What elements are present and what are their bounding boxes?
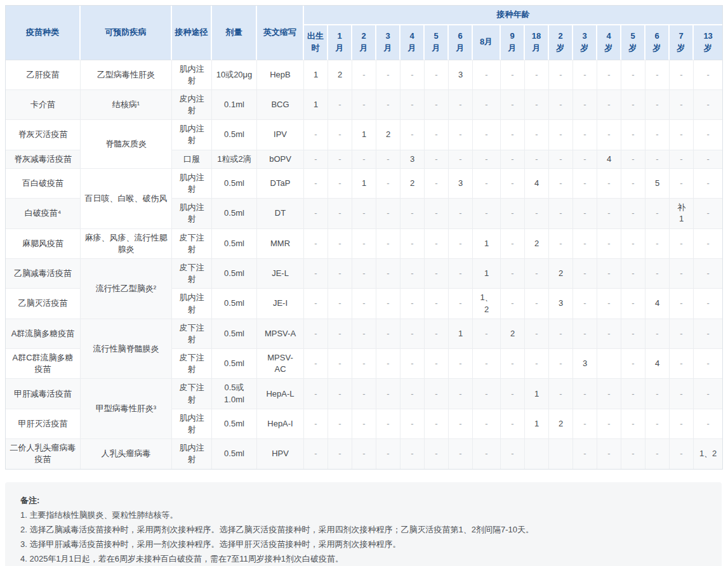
col-header-vaccine-type: 疫苗种类 xyxy=(6,6,81,60)
col-header-vaccination-age: 接种年龄 xyxy=(304,6,722,25)
dose-number-cell: - xyxy=(400,409,425,439)
dose-number-cell: - xyxy=(304,169,328,199)
age-column-header: 3 月 xyxy=(376,25,400,60)
vaccine-name-cell: 乙脑减毒活疫苗 xyxy=(6,259,81,289)
dose-number-cell: - xyxy=(645,229,670,259)
dose-number-cell: - xyxy=(670,259,694,289)
dose-number-cell: - xyxy=(304,120,328,150)
dose-number-cell: - xyxy=(449,259,473,289)
dose-number-cell: - xyxy=(694,259,722,289)
dose-number-cell: - xyxy=(501,199,525,228)
dose-number-cell: - xyxy=(501,120,525,150)
age-column-header: 5 岁 xyxy=(621,25,645,60)
header-row-top: 疫苗种类 可预防疾病 接种途径 剂量 英文缩写 接种年龄 xyxy=(6,6,722,25)
dose-number-cell: - xyxy=(449,90,473,120)
abbreviation-cell: IPV xyxy=(257,120,304,150)
dose-number-cell: - xyxy=(328,289,352,319)
dose-number-cell: - xyxy=(304,289,328,319)
abbreviation-cell: bOPV xyxy=(257,150,304,169)
dose-number-cell: - xyxy=(549,349,573,379)
dose-number-cell: 3 xyxy=(549,289,573,319)
vaccine-name-cell: 麻腮风疫苗 xyxy=(6,229,81,259)
dose-number-cell: - xyxy=(473,60,501,90)
dose-number-cell: - xyxy=(501,409,525,439)
note-item: 2. 选择乙脑减毒活疫苗接种时，采用两剂次接种程序。选择乙脑灭活疫苗接种时，采用… xyxy=(20,522,706,537)
dose-number-cell: - xyxy=(376,169,400,199)
vaccine-row: 卡介苗结核病¹皮内注 射0.1mlBCG1---------------- xyxy=(6,90,722,120)
dose-number-cell: 4 xyxy=(597,150,621,169)
dose-number-cell: - xyxy=(352,229,376,259)
dose-number-cell: - xyxy=(525,150,549,169)
dose-number-cell: - xyxy=(597,289,621,319)
dose-number-cell: - xyxy=(501,150,525,169)
route-cell: 口服 xyxy=(172,150,212,169)
dose-cell: 0.1ml xyxy=(212,90,257,120)
dose-number-cell: - xyxy=(525,120,549,150)
age-column-header: 13 岁 xyxy=(694,25,722,60)
dose-number-cell: - xyxy=(694,319,722,349)
dose-number-cell: - xyxy=(694,150,722,169)
dose-number-cell: - xyxy=(573,120,597,150)
abbreviation-cell: JE-L xyxy=(257,259,304,289)
dose-number-cell: - xyxy=(670,229,694,259)
dose-number-cell: - xyxy=(352,439,376,468)
dose-cell: 0.5ml xyxy=(212,259,257,289)
dose-number-cell: - xyxy=(449,379,473,409)
dose-number-cell: - xyxy=(449,439,473,468)
age-column-header: 7 岁 xyxy=(670,25,694,60)
dose-number-cell: - xyxy=(328,319,352,349)
dose-number-cell: 1 xyxy=(525,409,549,439)
dose-number-cell: - xyxy=(501,379,525,409)
dose-number-cell: 2 xyxy=(549,259,573,289)
dose-number-cell: 1 xyxy=(449,319,473,349)
dose-number-cell: - xyxy=(473,319,501,349)
dose-number-cell: 2 xyxy=(328,60,352,90)
dose-number-cell: - xyxy=(352,349,376,379)
dose-number-cell: - xyxy=(621,169,645,199)
vaccine-name-cell: 乙脑灭活疫苗 xyxy=(6,289,81,319)
dose-number-cell xyxy=(525,439,549,468)
dose-number-cell: - xyxy=(328,150,352,169)
dose-number-cell: - xyxy=(376,319,400,349)
dose-number-cell: - xyxy=(670,289,694,319)
dose-number-cell: - xyxy=(549,90,573,120)
route-cell: 肌内注 射 xyxy=(172,409,212,439)
dose-number-cell: - xyxy=(694,60,722,90)
dose-number-cell: - xyxy=(473,409,501,439)
dose-number-cell: - xyxy=(573,439,597,468)
dose-number-cell: - xyxy=(473,199,501,228)
abbreviation-cell: MPSV-A xyxy=(257,319,304,349)
dose-number-cell: - xyxy=(670,90,694,120)
dose-number-cell: - xyxy=(597,120,621,150)
age-column-header: 2 岁 xyxy=(549,25,573,60)
dose-number-cell: - xyxy=(694,90,722,120)
dose-number-cell: - xyxy=(376,150,400,169)
dose-number-cell: - xyxy=(501,349,525,379)
age-column-header: 6 岁 xyxy=(645,25,670,60)
dose-number-cell: - xyxy=(376,289,400,319)
vaccine-name-cell: 乙肝疫苗 xyxy=(6,60,81,90)
vaccine-row: 百白破疫苗百日咳、白喉、破伤风肌内注 射0.5mlDTaP--1-2-3--4-… xyxy=(6,169,722,199)
dose-number-cell: 2 xyxy=(400,169,425,199)
dose-number-cell: - xyxy=(425,289,449,319)
dose-number-cell: - xyxy=(621,229,645,259)
dose-number-cell: - xyxy=(670,379,694,409)
dose-number-cell: - xyxy=(525,60,549,90)
dose-number-cell: - xyxy=(621,120,645,150)
dose-number-cell: - xyxy=(352,409,376,439)
dose-number-cell: - xyxy=(400,319,425,349)
dose-number-cell: - xyxy=(549,199,573,228)
dose-number-cell: - xyxy=(328,90,352,120)
dose-number-cell: - xyxy=(376,90,400,120)
vaccine-row: 二价人乳头瘤病毒疫苗人乳头瘤病毒肌内注 射0.5mlHPV-----------… xyxy=(6,439,722,468)
dose-number-cell: - xyxy=(670,60,694,90)
dose-number-cell: - xyxy=(376,379,400,409)
vaccine-row: 麻腮风疫苗麻疹、风疹、流行性腮腺炎皮下注 射0.5mlMMR-------1-2… xyxy=(6,229,722,259)
dose-number-cell: - xyxy=(573,379,597,409)
dose-number-cell: - xyxy=(352,90,376,120)
disease-cell: 百日咳、白喉、破伤风 xyxy=(81,169,172,229)
dose-number-cell: 补 1 xyxy=(670,199,694,228)
route-cell: 肌内注 射 xyxy=(172,199,212,228)
age-column-header: 5 月 xyxy=(425,25,449,60)
col-header-preventable-disease: 可预防疾病 xyxy=(81,6,172,60)
